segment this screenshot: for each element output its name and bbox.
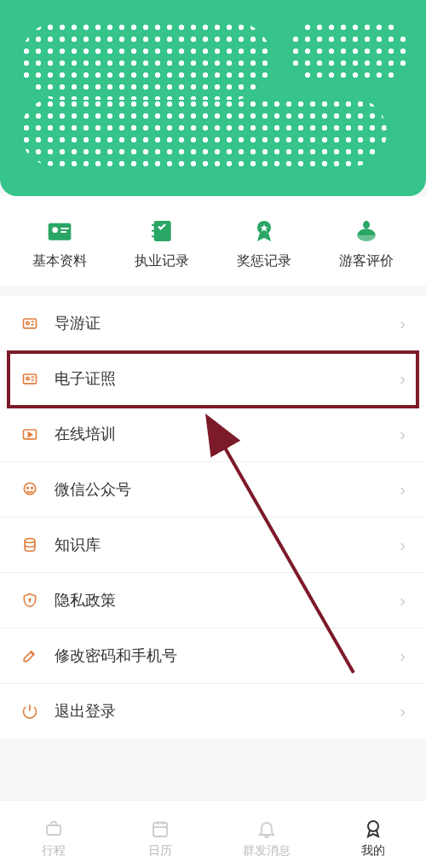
briefcase-icon — [43, 818, 65, 840]
nav-label: 日历 — [148, 843, 172, 859]
svg-rect-0 — [49, 223, 72, 240]
svg-point-17 — [26, 377, 29, 379]
edit-icon — [20, 646, 39, 665]
nav-group-msg[interactable]: 群发消息 — [213, 818, 320, 859]
svg-point-24 — [32, 488, 33, 489]
svg-rect-5 — [152, 224, 155, 226]
training-icon — [20, 425, 39, 443]
svg-point-26 — [29, 599, 31, 600]
svg-rect-6 — [152, 230, 155, 232]
svg-marker-21 — [28, 432, 32, 437]
chevron-right-icon: › — [400, 591, 406, 610]
menu-online-training[interactable]: 在线培训 › — [0, 407, 426, 462]
menu-knowledge-base[interactable]: 知识库 › — [0, 518, 426, 573]
svg-point-34 — [368, 821, 378, 831]
card-practice-record[interactable]: 执业记录 — [111, 217, 213, 270]
svg-point-23 — [27, 488, 29, 489]
shield-icon — [20, 591, 39, 610]
menu-label: 知识库 — [55, 535, 400, 555]
menu-label: 退出登录 — [55, 701, 400, 721]
e-cert-icon — [20, 369, 39, 388]
chevron-right-icon: › — [400, 646, 406, 666]
cert-card-icon — [20, 314, 39, 333]
chevron-right-icon: › — [400, 702, 406, 721]
card-label: 执业记录 — [135, 252, 189, 270]
nav-label: 我的 — [361, 843, 385, 859]
profile-header — [0, 0, 426, 196]
menu-e-cert[interactable]: 电子证照 › — [0, 351, 426, 407]
redacted-area-3 — [20, 98, 387, 166]
power-icon — [20, 702, 39, 720]
chevron-right-icon: › — [400, 480, 406, 500]
wechat-icon — [20, 480, 39, 499]
svg-rect-12 — [24, 319, 37, 328]
menu-label: 微信公众号 — [55, 479, 400, 500]
card-label: 基本资料 — [32, 252, 87, 270]
chevron-right-icon: › — [400, 535, 406, 555]
svg-point-25 — [25, 539, 35, 543]
bottom-navigation: 行程 日历 群发消息 我的 — [0, 800, 426, 868]
person-badge-icon — [362, 818, 384, 840]
redacted-area-1 — [20, 21, 272, 100]
svg-point-1 — [52, 227, 58, 233]
menu-logout[interactable]: 退出登录 › — [0, 684, 426, 738]
svg-rect-3 — [60, 231, 66, 233]
calendar-icon — [149, 818, 171, 840]
id-card-icon — [45, 217, 74, 246]
menu-privacy-policy[interactable]: 隐私政策 › — [0, 573, 426, 628]
notebook-icon — [147, 217, 176, 246]
svg-rect-30 — [153, 823, 167, 836]
nav-calendar[interactable]: 日历 — [106, 818, 213, 859]
card-label: 游客评价 — [339, 252, 394, 270]
card-label: 奖惩记录 — [237, 252, 291, 270]
chevron-right-icon: › — [400, 369, 406, 389]
nav-label: 行程 — [42, 843, 66, 859]
redacted-area-2 — [290, 21, 409, 83]
card-visitor-review[interactable]: 游客评价 — [315, 217, 417, 270]
nav-mine[interactable]: 我的 — [320, 818, 426, 859]
card-basic-info[interactable]: 基本资料 — [9, 217, 111, 270]
svg-rect-2 — [60, 228, 68, 229]
menu-label: 在线培训 — [55, 424, 400, 444]
medal-icon — [250, 217, 279, 246]
bell-icon — [256, 818, 278, 840]
quick-access-cards: 基本资料 执业记录 奖惩记录 游客评价 — [0, 196, 426, 286]
svg-rect-4 — [154, 221, 171, 241]
menu-change-password[interactable]: 修改密码和手机号 › — [0, 628, 426, 684]
nav-itinerary[interactable]: 行程 — [0, 818, 106, 859]
flower-icon — [352, 217, 381, 246]
database-icon — [20, 535, 39, 554]
svg-rect-16 — [24, 374, 37, 384]
chevron-right-icon: › — [400, 314, 406, 333]
menu-list: 导游证 › 电子证照 › 在线培训 › 微信公众号 › 知识库 › 隐私政策 — [0, 296, 426, 738]
chevron-right-icon: › — [400, 425, 406, 444]
nav-label: 群发消息 — [243, 843, 291, 859]
card-reward-punish[interactable]: 奖惩记录 — [213, 217, 315, 270]
svg-rect-7 — [152, 235, 155, 237]
svg-point-13 — [26, 321, 29, 324]
menu-wechat-official[interactable]: 微信公众号 › — [0, 462, 426, 518]
menu-label: 修改密码和手机号 — [55, 645, 400, 666]
svg-rect-29 — [47, 825, 60, 835]
menu-label: 电子证照 — [55, 368, 400, 389]
menu-label: 导游证 — [55, 313, 400, 333]
menu-label: 隐私政策 — [55, 590, 400, 610]
menu-guide-cert[interactable]: 导游证 › — [0, 296, 426, 351]
